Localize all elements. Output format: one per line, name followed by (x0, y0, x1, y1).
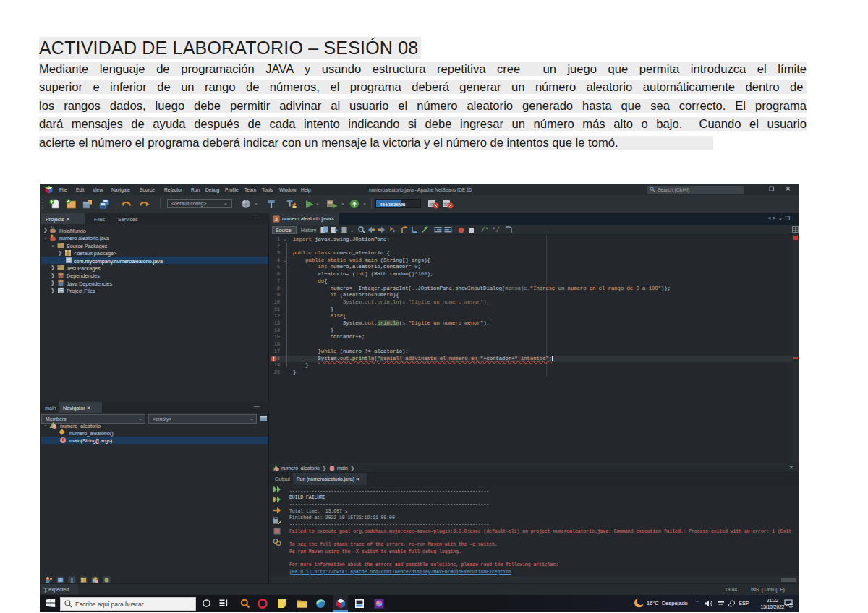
svg-text:/*: /* (481, 227, 489, 233)
svg-text:*/: */ (492, 227, 500, 233)
svg-text:J: J (275, 217, 278, 222)
svg-text:2: 2 (790, 603, 792, 607)
